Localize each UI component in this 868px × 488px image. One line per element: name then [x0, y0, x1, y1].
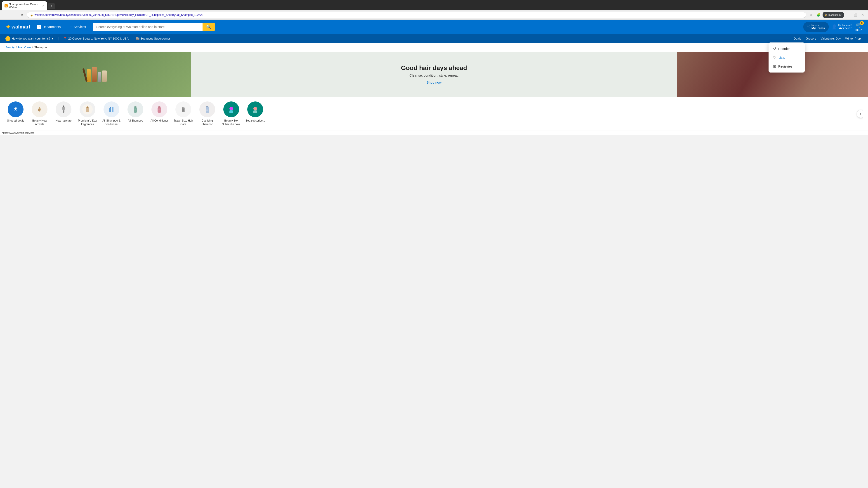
breadcrumb-sep-1: /: [16, 46, 17, 49]
beauty-box-icon-svg: [225, 104, 237, 115]
category-item-premium[interactable]: Premium V-Day fragrances: [77, 101, 98, 126]
hero-shop-link[interactable]: Shop now: [427, 80, 442, 84]
category-icon-beauty-box: [223, 101, 239, 117]
grid-icon: [37, 25, 41, 29]
nav-link-winter[interactable]: Winter Prep: [843, 36, 863, 41]
account-btn[interactable]: 👤 Hi, Lauren D Account: [831, 24, 852, 30]
category-label-deals: Shop all deals: [7, 119, 24, 123]
reload-btn[interactable]: ↻: [19, 12, 25, 18]
sub-header: ✓ How do you want your items? ▾ | 📍 20 C…: [0, 34, 868, 43]
nav-link-grocery[interactable]: Grocery: [804, 36, 818, 41]
store-icon: 🏬: [136, 37, 140, 40]
hero-products-image: [0, 52, 191, 97]
departments-btn[interactable]: Departments: [35, 24, 63, 30]
category-icon-bea-sub: [247, 101, 263, 117]
tab-title: Shampoo in Hair Care - Walma...: [9, 3, 40, 9]
category-label-travel-size: Travel Size Hair Care: [173, 119, 193, 126]
svg-point-11: [106, 104, 117, 115]
hero-title: Good hair days ahead: [401, 64, 467, 72]
browser-nav-bar: ← → ↻ 🔒 walmart.com/browse/beauty/shampo…: [0, 10, 868, 20]
category-item-travel-size[interactable]: Travel Size Hair Care: [173, 101, 193, 126]
account-top-text: Hi, Lauren D: [838, 24, 852, 26]
hero-center-content: Good hair days ahead Cleanse, condition,…: [191, 52, 677, 97]
category-item-new-haircare[interactable]: New haircare: [53, 101, 74, 126]
forward-btn[interactable]: →: [10, 12, 17, 18]
active-tab[interactable]: W Shampoo in Hair Care - Walma... ✕: [2, 1, 47, 10]
dropdown-label-lists: Lists: [778, 56, 785, 59]
services-icon: ⊞: [70, 25, 72, 29]
svg-point-6: [63, 105, 64, 107]
lists-heart-icon: ♡: [773, 55, 776, 60]
dropdown-label-registries: Registries: [778, 65, 792, 68]
walmart-logo[interactable]: ✦ walmart: [5, 23, 30, 31]
category-item-all-conditioner[interactable]: All Conditioner: [149, 101, 169, 126]
store-text: Secaucus Supercenter: [141, 37, 170, 40]
category-item-clarifying[interactable]: Clarifying Shampoo: [197, 101, 217, 126]
deals-icon-svg: [11, 105, 20, 113]
search-btn[interactable]: 🔍: [203, 23, 215, 31]
travel-size-icon-svg: [178, 104, 189, 115]
svg-rect-30: [206, 109, 209, 110]
category-item-all-shampoo[interactable]: All Shampoo: [125, 101, 146, 126]
departments-label: Departments: [42, 25, 61, 29]
registries-icon: ⊞: [773, 64, 776, 68]
nav-link-valentines[interactable]: Valentine's Day: [819, 36, 842, 41]
dropdown-label-reorder: Reorder: [778, 47, 790, 51]
reorder-icon: ↺: [773, 46, 776, 51]
minimize-btn[interactable]: —: [845, 12, 851, 18]
carousel-next-btn[interactable]: ›: [857, 110, 863, 118]
nav-link-deals[interactable]: Deals: [792, 36, 803, 41]
category-item-deals[interactable]: Shop all deals: [5, 101, 26, 126]
category-section: Shop all deals Beauty New Arrivals: [0, 97, 868, 131]
hero-banner: Good hair days ahead Cleanse, condition,…: [0, 52, 868, 97]
maximize-btn[interactable]: ⬜: [852, 12, 859, 18]
category-grid: Shop all deals Beauty New Arrivals: [5, 101, 863, 126]
heart-icon: ♡: [807, 25, 810, 29]
address-bar[interactable]: 🔒 walmart.com/browse/beauty/shampoo/1085…: [27, 12, 806, 18]
category-item-bea-sub[interactable]: Bea subscribe...: [245, 101, 266, 126]
dropdown-item-lists[interactable]: ♡ Lists: [769, 53, 805, 62]
dropdown-item-registries[interactable]: ⊞ Registries: [769, 62, 805, 71]
category-item-all-shampoo-cond[interactable]: All Shampoo & Conditioner: [101, 101, 122, 126]
all-shampoo-cond-icon-svg: [106, 104, 117, 115]
category-icon-all-shampoo: [127, 101, 143, 117]
beauty-icon-svg: [34, 104, 45, 115]
svg-rect-38: [253, 110, 257, 113]
delivery-btn[interactable]: ✓ How do you want your items? ▾: [5, 36, 53, 41]
svg-rect-21: [158, 106, 160, 107]
premium-icon-svg: [82, 104, 93, 115]
store-info: 🏬 Secaucus Supercenter: [136, 37, 170, 40]
search-bar: 🔍: [93, 23, 215, 31]
new-tab-icon: +: [51, 4, 52, 7]
bookmark-btn[interactable]: ☆: [808, 12, 814, 18]
category-item-beauty-box[interactable]: Beauty Box Subscribe now!: [221, 101, 241, 126]
tab-close-btn[interactable]: ✕: [42, 4, 44, 7]
services-label: Services: [74, 25, 86, 29]
extensions-btn[interactable]: 🧩: [815, 12, 822, 18]
location-info: 📍 20 Cooper Square, New York, NY 10003, …: [63, 37, 129, 40]
reorder-my-items-btn[interactable]: ♡ Reorder My Items: [803, 22, 829, 32]
svg-rect-5: [62, 106, 65, 110]
product-bottle-2: [92, 67, 97, 82]
breadcrumb-haircare[interactable]: Hair Care: [18, 46, 31, 49]
back-btn[interactable]: ←: [2, 12, 8, 18]
walmart-spark-icon: ✦: [5, 23, 11, 31]
tab-favicon: W: [4, 4, 8, 7]
cart-btn[interactable]: 🛒 3 $32.91: [855, 22, 863, 31]
category-label-all-shampoo: All Shampoo: [128, 119, 143, 123]
services-btn[interactable]: ⊞ Services: [67, 24, 88, 30]
new-tab-btn[interactable]: +: [48, 3, 55, 9]
close-btn[interactable]: ✕: [860, 12, 866, 18]
breadcrumb-shampoo: Shampoo: [34, 46, 47, 49]
category-label-beauty-box: Beauty Box Subscribe now!: [221, 119, 241, 126]
category-icon-haircare: [56, 101, 71, 117]
dropdown-item-reorder[interactable]: ↺ Reorder: [769, 44, 805, 53]
svg-rect-12: [110, 108, 111, 112]
breadcrumb-beauty[interactable]: Beauty: [5, 46, 14, 49]
svg-rect-8: [86, 108, 89, 112]
svg-rect-31: [206, 110, 208, 111]
url-text: walmart.com/browse/beauty/shampoo/108566…: [35, 13, 803, 17]
search-input[interactable]: [93, 23, 203, 31]
category-item-beauty-new[interactable]: Beauty New Arrivals: [29, 101, 50, 126]
category-icon-all-conditioner: [151, 101, 167, 117]
